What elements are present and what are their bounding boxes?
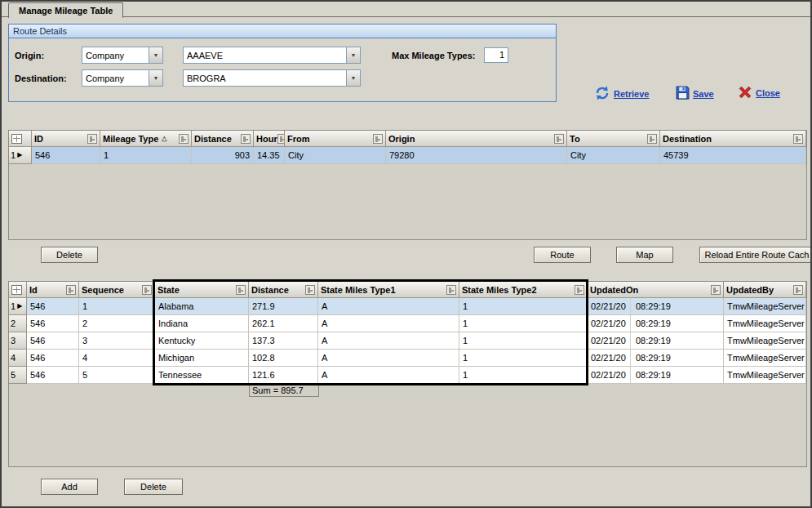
cell-state[interactable]: Michigan: [155, 350, 249, 367]
max-mileage-input[interactable]: 1: [484, 47, 508, 63]
column-header-updated-by[interactable]: UpdatedBy: [724, 282, 806, 298]
cell-state[interactable]: Tennessee: [155, 367, 249, 384]
table-row[interactable]: 1 ▶ 546 1 903 14.35 City 79280 City 4573…: [9, 147, 806, 164]
column-menu-icon[interactable]: [793, 285, 803, 295]
column-menu-icon[interactable]: [554, 134, 564, 144]
cell-id[interactable]: 546: [27, 350, 79, 367]
column-menu-icon[interactable]: [575, 285, 584, 295]
cell-updated-by[interactable]: TmwMileageServer: [724, 298, 806, 315]
table-row[interactable]: 1 ▶ 546 1 Alabama 271.9 A 1 02/21/20 08:…: [9, 298, 806, 315]
cell-type1[interactable]: A: [318, 350, 459, 367]
column-header-from[interactable]: From: [285, 131, 386, 147]
cell-type2[interactable]: 1: [459, 315, 588, 332]
close-button[interactable]: Close: [738, 85, 780, 101]
cell-type2[interactable]: 1: [459, 367, 588, 384]
column-header-updated-on[interactable]: UpdatedOn: [588, 282, 724, 298]
cell-updated-by[interactable]: TmwMileageServer: [724, 350, 806, 367]
cell-state[interactable]: Indiana: [155, 315, 249, 332]
cell-id[interactable]: 546: [27, 332, 79, 350]
column-header-id[interactable]: Id: [27, 282, 79, 298]
cell-sequence[interactable]: 4: [79, 350, 155, 367]
column-header-id[interactable]: ID: [32, 131, 100, 147]
cell-to[interactable]: City: [567, 147, 660, 164]
table-row[interactable]: 3 546 3 Kentucky 137.3 A 1 02/21/20 08:2…: [9, 332, 806, 350]
cell-type2[interactable]: 1: [459, 350, 588, 367]
map-button[interactable]: Map: [616, 247, 673, 263]
cell-distance[interactable]: 137.3: [249, 332, 318, 350]
cell-type1[interactable]: A: [318, 332, 459, 350]
chevron-down-icon[interactable]: ▼: [149, 70, 162, 86]
add-state-button[interactable]: Add: [41, 479, 98, 495]
cell-type2[interactable]: 1: [459, 298, 588, 315]
table-row[interactable]: 4 546 4 Michigan 102.8 A 1 02/21/20 08:2…: [9, 350, 806, 367]
column-header-distance[interactable]: Distance: [249, 282, 318, 298]
cell-origin[interactable]: 79280: [386, 147, 567, 164]
cell-updated-on[interactable]: 02/21/20 08:29:19: [588, 350, 724, 367]
column-chooser-button[interactable]: [9, 131, 32, 147]
delete-state-button[interactable]: Delete: [124, 479, 183, 495]
column-menu-icon[interactable]: [179, 134, 189, 144]
cell-type1[interactable]: A: [318, 315, 459, 332]
column-menu-icon[interactable]: [711, 285, 721, 295]
cell-updated-by[interactable]: TmwMileageServer: [724, 332, 806, 350]
column-menu-icon[interactable]: [373, 134, 383, 144]
cell-id[interactable]: 546: [27, 367, 79, 384]
table-row[interactable]: 2 546 2 Indiana 262.1 A 1 02/21/20 08:29…: [9, 315, 806, 332]
cell-sequence[interactable]: 1: [79, 298, 155, 315]
origin-combo[interactable]: AAAEVE ▼: [183, 47, 361, 64]
row-selector[interactable]: 5: [9, 367, 27, 384]
table-row[interactable]: 5 546 5 Tennessee 121.6 A 1 02/21/20 08:…: [9, 367, 806, 384]
cell-updated-by[interactable]: TmwMileageServer: [724, 367, 806, 384]
cell-updated-on[interactable]: 02/21/20 08:29:19: [588, 332, 724, 350]
chevron-down-icon[interactable]: ▼: [149, 47, 162, 63]
reload-route-cache-button[interactable]: Reload Entire Route Cach: [699, 247, 812, 263]
column-header-destination[interactable]: Destination: [660, 131, 806, 147]
route-button[interactable]: Route: [534, 247, 591, 263]
cell-id[interactable]: 546: [32, 147, 100, 164]
column-menu-icon[interactable]: [793, 134, 803, 144]
column-menu-icon[interactable]: [87, 134, 97, 144]
cell-hour[interactable]: 14.35: [254, 147, 285, 164]
origin-type-select[interactable]: Company ▼: [82, 47, 163, 64]
retrieve-button[interactable]: Retrieve: [594, 85, 649, 103]
column-header-origin[interactable]: Origin: [386, 131, 567, 147]
cell-updated-by[interactable]: TmwMileageServer: [724, 315, 806, 332]
cell-updated-on[interactable]: 02/21/20 08:29:19: [588, 298, 724, 315]
destination-type-select[interactable]: Company ▼: [82, 69, 163, 87]
column-header-distance[interactable]: Distance: [192, 131, 254, 147]
row-selector[interactable]: 4: [9, 350, 27, 367]
cell-distance[interactable]: 903: [192, 147, 254, 164]
cell-updated-on[interactable]: 02/21/20 08:29:19: [588, 367, 724, 384]
cell-id[interactable]: 546: [27, 298, 79, 315]
column-header-state-miles-type1[interactable]: State Miles Type1: [318, 282, 459, 298]
cell-type2[interactable]: 1: [459, 332, 588, 350]
column-header-state-miles-type2[interactable]: State Miles Type2: [459, 282, 588, 298]
chevron-down-icon[interactable]: ▼: [346, 47, 360, 63]
column-menu-icon[interactable]: [241, 134, 251, 144]
cell-sequence[interactable]: 3: [79, 332, 155, 350]
delete-route-button[interactable]: Delete: [41, 247, 98, 263]
column-header-hour[interactable]: Hour: [254, 131, 285, 147]
cell-updated-on[interactable]: 02/21/20 08:29:19: [588, 315, 724, 332]
cell-distance[interactable]: 121.6: [249, 367, 318, 384]
column-menu-icon[interactable]: [446, 285, 456, 295]
column-chooser-button[interactable]: [9, 282, 27, 298]
chevron-down-icon[interactable]: ▼: [346, 70, 360, 86]
column-header-sequence[interactable]: Sequence: [79, 282, 155, 298]
column-menu-icon[interactable]: [142, 285, 152, 295]
column-header-to[interactable]: To: [567, 131, 660, 147]
cell-sequence[interactable]: 5: [79, 367, 155, 384]
tab-manage-mileage-table[interactable]: Manage Mileage Table: [8, 2, 123, 18]
cell-type1[interactable]: A: [318, 367, 459, 384]
cell-type1[interactable]: A: [318, 298, 459, 315]
row-selector[interactable]: 3: [9, 332, 27, 350]
cell-from[interactable]: City: [285, 147, 386, 164]
destination-combo[interactable]: BROGRA ▼: [183, 69, 361, 87]
column-menu-icon[interactable]: [66, 285, 76, 295]
cell-state[interactable]: Alabama: [155, 298, 249, 315]
column-menu-icon[interactable]: [305, 285, 315, 295]
cell-distance[interactable]: 102.8: [249, 350, 318, 367]
cell-distance[interactable]: 271.9: [249, 298, 318, 315]
cell-id[interactable]: 546: [27, 315, 79, 332]
row-selector[interactable]: 1 ▶: [9, 298, 27, 315]
